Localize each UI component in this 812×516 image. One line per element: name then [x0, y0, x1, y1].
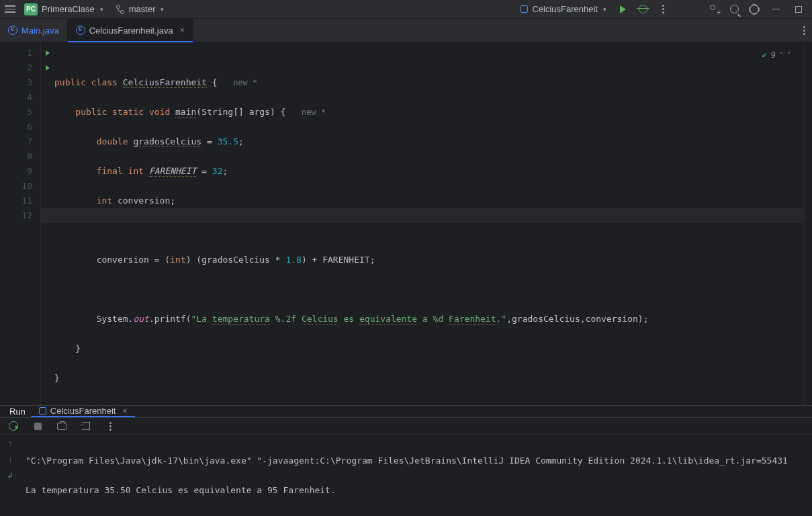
- editor-tab-main[interactable]: Main.java: [0, 19, 68, 42]
- scroll-up-icon[interactable]: ↑: [8, 439, 12, 448]
- vcs-branch-selector[interactable]: master ▾: [111, 3, 169, 15]
- console-line: La temperatura 35.50 Celcius es equivale…: [26, 483, 807, 498]
- chevron-down-icon[interactable]: ˅: [787, 48, 791, 62]
- current-line-highlight: [41, 208, 804, 223]
- run-config-selector[interactable]: CelciusFarenheit ▾: [516, 3, 611, 15]
- soft-wrap-icon[interactable]: ↲: [7, 471, 13, 480]
- more-run-options[interactable]: [655, 1, 671, 17]
- add-person-icon: [709, 4, 719, 15]
- search-icon: [730, 5, 739, 13]
- project-badge: PC: [24, 3, 38, 15]
- application-icon: [39, 407, 46, 415]
- branch-name: master: [129, 4, 156, 14]
- stop-icon: [34, 423, 42, 430]
- close-tab-icon[interactable]: ×: [180, 26, 185, 35]
- error-stripe[interactable]: [804, 42, 812, 405]
- code-area[interactable]: public class CelciusFarenheit { new * pu…: [41, 42, 804, 405]
- play-icon: [620, 5, 626, 13]
- application-icon: [521, 5, 528, 13]
- editor-tabs-more[interactable]: [797, 19, 812, 42]
- window-maximize[interactable]: [789, 1, 808, 17]
- tab-label: CelciusFarenheit.java: [89, 26, 173, 36]
- window-minimize[interactable]: [766, 1, 785, 17]
- chevron-down-icon: ▾: [603, 6, 606, 13]
- inspection-widget[interactable]: ✔ 9 ˄ ˅: [762, 48, 791, 62]
- java-class-icon: [76, 26, 85, 35]
- debug-button[interactable]: [635, 1, 651, 17]
- gear-icon: [750, 5, 759, 14]
- inspection-count: 9: [771, 48, 776, 62]
- settings-button[interactable]: [746, 1, 762, 17]
- exit-icon: [82, 422, 90, 430]
- more-vertical-icon: [662, 5, 664, 13]
- line-number-gutter: 1 2 3 4 5 6 7 8 9 10 11 12: [0, 42, 41, 405]
- git-branch-icon: [116, 5, 125, 14]
- code-with-me-button[interactable]: [706, 1, 722, 17]
- run-button[interactable]: [615, 1, 631, 17]
- bug-icon: [639, 5, 647, 13]
- console-line: Process finished with exit code 0: [26, 513, 807, 516]
- project-selector[interactable]: PC PrimeraClase ▾: [20, 2, 107, 17]
- minimize-icon: [772, 9, 780, 9]
- tab-label: Main.java: [21, 26, 59, 36]
- java-class-icon: [8, 26, 17, 35]
- camera-icon: [57, 423, 66, 430]
- rerun-icon: [9, 421, 18, 431]
- chevron-down-icon: ▾: [161, 6, 164, 13]
- run-config-name: CelciusFarenheit: [532, 4, 598, 14]
- project-name: PrimeraClase: [42, 4, 95, 14]
- console-side-toolbar: ↑ ↓ ↲: [0, 435, 20, 516]
- title-bar: PC PrimeraClase ▾ master ▾ CelciusFarenh…: [0, 0, 812, 19]
- search-everywhere-button[interactable]: [726, 1, 742, 17]
- scroll-down-icon[interactable]: ↓: [8, 455, 12, 464]
- check-icon: ✔: [762, 48, 767, 62]
- main-menu-button[interactable]: [4, 3, 16, 15]
- editor-tab-celcius[interactable]: CelciusFarenheit.java ×: [68, 19, 193, 42]
- chevron-down-icon: ▾: [100, 6, 103, 13]
- rerun-button[interactable]: [5, 418, 21, 434]
- editor-tab-bar: Main.java CelciusFarenheit.java ×: [0, 19, 812, 42]
- code-editor[interactable]: 1 2 3 4 5 6 7 8 9 10 11 12 public class …: [0, 42, 812, 405]
- stop-button[interactable]: [30, 418, 46, 434]
- chevron-up-icon[interactable]: ˄: [780, 48, 783, 62]
- run-tw-title: Run: [4, 406, 31, 417]
- more-vertical-icon: [803, 26, 805, 35]
- maximize-icon: [795, 6, 802, 13]
